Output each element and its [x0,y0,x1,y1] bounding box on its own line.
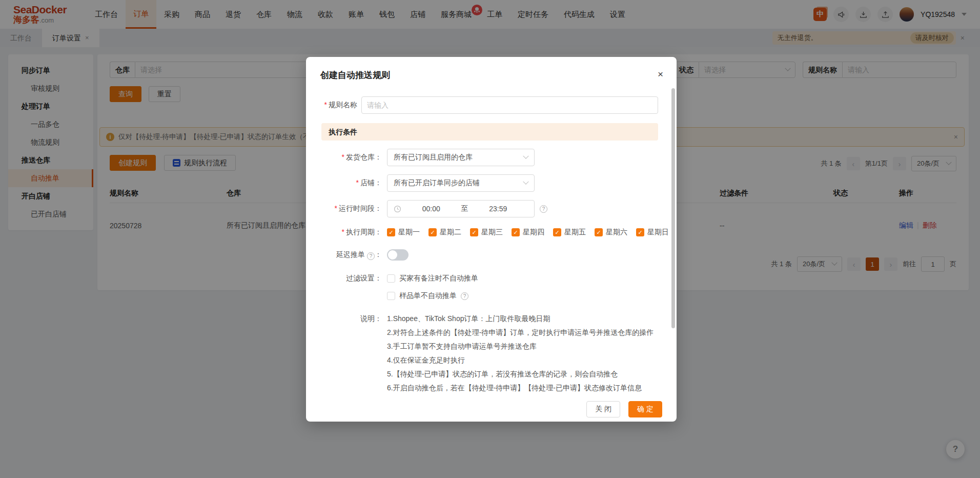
shop-row: *店铺： 所有已开启订单同步的店铺 [321,174,658,192]
required-asterisk: * [342,153,344,161]
modal-close-icon[interactable]: × [658,69,663,79]
modal-body: *规则名称 执行条件 *发货仓库： 所有已订阅且启用的仓库 *店铺： 所有已开启… [306,86,677,397]
note-line: 4.仅在保证金充足时执行 [387,353,654,367]
note-line: 6.开启自动推仓后，若在【待处理-待申请】【待处理-已申请】状态修改订单信息 [387,381,654,395]
rule-name-row: *规则名称 [321,96,658,114]
checkbox-checked-icon[interactable] [428,228,437,236]
filter-option-sample-order[interactable]: 样品单不自动推单? [387,291,478,301]
rule-name-input[interactable] [361,96,658,114]
weekday-option-mon[interactable]: 星期一 [387,228,420,237]
rule-name-label: *规则名称 [321,101,357,110]
weekday-label: 星期三 [481,228,503,237]
time-end[interactable]: 23:59 [468,205,528,213]
time-start[interactable]: 00:00 [401,205,461,213]
weekday-option-sat[interactable]: 星期六 [595,228,627,237]
weekday-option-fri[interactable]: 星期五 [553,228,586,237]
note-line: 1.Shopee、TikTok Shop订单：上门取件取最晚日期 [387,312,654,326]
note-line: 5.【待处理-已申请】状态的订单，若没有推送仓库的记录，则会自动推仓 [387,367,654,381]
filter-option-buyer-note[interactable]: 买家有备注时不自动推单 [387,274,478,283]
delay-push-toggle[interactable] [387,249,409,261]
create-auto-push-rule-modal: 创建自动推送规则 × *规则名称 执行条件 *发货仓库： 所有已订阅且启用的仓库… [306,57,677,422]
filter-settings-row: 过滤设置： 买家有备注时不自动推单 样品单不自动推单? [321,274,658,301]
ship-warehouse-label: *发货仓库： [321,153,382,162]
ship-warehouse-row: *发货仓库： 所有已订阅且启用的仓库 [321,149,658,166]
section-execution-conditions: 执行条件 [321,123,658,141]
chevron-down-icon [523,153,528,159]
weekdays-row: *执行周期： 星期一 星期二 星期三 星期四 星期五 星期六 星期日 [321,228,658,237]
filter-option-label: 样品单不自动推单 [399,291,457,301]
checkbox-checked-icon[interactable] [387,228,395,236]
checkbox-unchecked-icon[interactable] [387,274,395,283]
scrollbar-thumb[interactable] [671,88,675,328]
shop-select[interactable]: 所有已开启订单同步的店铺 [387,174,535,192]
weekday-option-thu[interactable]: 星期四 [512,228,544,237]
note-line: 2.对符合上述条件的【待处理-待申请】订单，定时执行申请运单号并推送仓库的操作 [387,326,654,340]
help-question-icon[interactable]: ? [540,205,547,213]
required-asterisk: * [342,228,344,236]
notes-row: 说明： 1.Shopee、TikTok Shop订单：上门取件取最晚日期 2.对… [321,312,658,395]
modal-header: 创建自动推送规则 × [306,57,677,81]
close-button[interactable]: 关 闭 [586,401,620,417]
filter-options: 买家有备注时不自动推单 样品单不自动推单? [387,274,478,301]
required-asterisk: * [335,204,337,212]
weekday-option-sun[interactable]: 星期日 [636,228,669,237]
checkbox-checked-icon[interactable] [595,228,603,236]
modal-footer: 关 闭 确 定 [306,397,677,417]
weekday-label: 星期四 [523,228,544,237]
help-question-icon[interactable]: ? [461,292,468,300]
delay-push-label: 延迟推单 ?： [321,250,382,260]
ship-warehouse-select[interactable]: 所有已订阅且启用的仓库 [387,149,535,166]
notes-lines: 1.Shopee、TikTok Shop订单：上门取件取最晚日期 2.对符合上述… [387,312,654,395]
shop-label: *店铺： [321,178,382,188]
checkbox-checked-icon[interactable] [636,228,644,236]
filter-option-label: 买家有备注时不自动推单 [399,274,478,283]
weekday-label: 星期六 [606,228,627,237]
checkbox-checked-icon[interactable] [512,228,520,236]
checkbox-checked-icon[interactable] [470,228,478,236]
weekday-option-wed[interactable]: 星期三 [470,228,503,237]
modal-title: 创建自动推送规则 [320,70,390,80]
required-asterisk: * [356,178,359,187]
checkbox-checked-icon[interactable] [553,228,561,236]
weekday-label: 星期一 [398,228,420,237]
weekday-option-tue[interactable]: 星期二 [428,228,461,237]
weekday-label: 星期二 [440,228,461,237]
run-time-row: *运行时间段： 00:00 至 23:59 ? [321,200,658,217]
weekdays-label: *执行周期： [321,228,382,237]
note-line: 3.手工订单暂不支持自动申请运单号并推送仓库 [387,340,654,353]
run-time-label: *运行时间段： [321,204,382,213]
chevron-down-icon [523,179,528,185]
weekday-list: 星期一 星期二 星期三 星期四 星期五 星期六 星期日 [387,228,669,237]
time-separator: 至 [461,204,468,213]
help-question-icon[interactable]: ? [367,252,375,260]
required-asterisk: * [324,101,327,109]
delay-push-row: 延迟推单 ?： [321,249,658,261]
confirm-button[interactable]: 确 定 [628,401,662,417]
clock-icon [394,205,401,213]
notes-label: 说明： [321,312,382,395]
weekday-label: 星期五 [564,228,586,237]
filter-settings-label: 过滤设置： [321,274,382,283]
weekday-label: 星期日 [647,228,669,237]
time-range-picker[interactable]: 00:00 至 23:59 [387,200,535,217]
app-screen: SeaDocker 海多客.com 工作台 订单 采购 商品 退货 仓库 物流 … [0,0,980,478]
checkbox-unchecked-icon[interactable] [387,292,395,300]
